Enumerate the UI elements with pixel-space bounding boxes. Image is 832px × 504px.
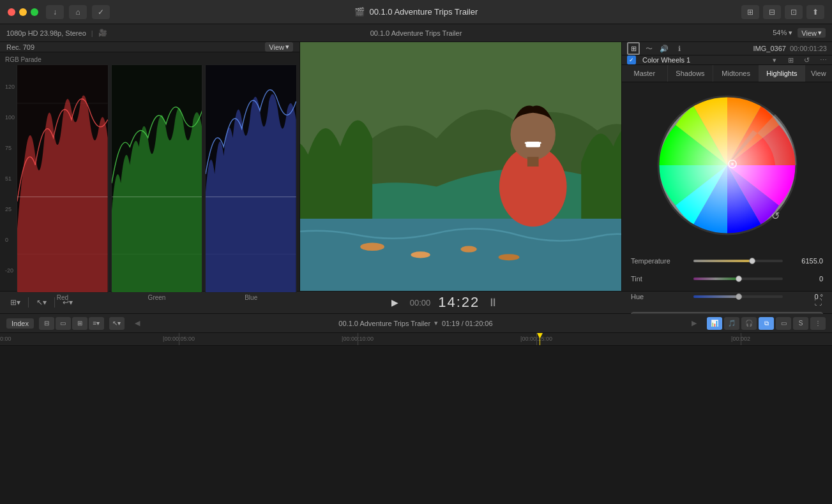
titlebar-right-icons: ⊞ ⊟ ⊡ ⬆ bbox=[741, 5, 824, 19]
scope-body: RGB Parade 120 100 75 51 25 0 -20 bbox=[0, 52, 299, 305]
audio-meters-icon[interactable]: 📊 bbox=[707, 317, 722, 330]
export-icon[interactable]: ⬆ bbox=[806, 5, 824, 19]
view-toggle-icon[interactable]: ⊡ bbox=[785, 5, 803, 19]
scope-channel-red bbox=[17, 64, 109, 293]
more-icon[interactable]: ⋯ bbox=[820, 56, 827, 64]
clips-icon[interactable]: ≡▾ bbox=[89, 317, 104, 330]
key-icon[interactable]: ⌂ bbox=[69, 5, 87, 19]
play-button[interactable]: ▶ bbox=[388, 295, 402, 309]
titlebar-icons: ↓ ⌂ ✓ bbox=[46, 5, 110, 19]
scope-subtitle: RGB Parade bbox=[3, 55, 297, 64]
tint-row: Tint 0 bbox=[631, 272, 823, 285]
headphone-icon[interactable]: 🎧 bbox=[741, 317, 757, 330]
reset-wheel-icon: ↺ bbox=[771, 211, 779, 221]
zoom-label: 54% ▾ bbox=[773, 29, 792, 37]
temperature-label: Temperature bbox=[631, 257, 688, 265]
color-panel-icons: ⊞ 〜 🔊 ℹ bbox=[627, 42, 686, 55]
scope-title: Rec. 709 bbox=[6, 43, 34, 51]
index-button[interactable]: Index bbox=[6, 318, 34, 329]
left-arrow[interactable]: ◀ bbox=[135, 319, 140, 327]
close-button[interactable] bbox=[8, 8, 15, 16]
color-wheel-svg[interactable]: ↺ bbox=[657, 95, 798, 235]
svg-point-15 bbox=[499, 254, 520, 260]
link-icon[interactable]: ⧉ bbox=[759, 317, 774, 330]
right-arrow[interactable]: ▶ bbox=[692, 319, 697, 327]
tint-slider[interactable] bbox=[693, 278, 783, 280]
fullscreen-btn[interactable]: ⛶ bbox=[812, 297, 824, 308]
infobar: 1080p HD 23.98p, Stereo | 🎥 00.1.0 Adven… bbox=[0, 24, 832, 42]
tab-view[interactable]: View bbox=[805, 65, 832, 82]
tint-label: Tint bbox=[631, 275, 688, 283]
download-icon[interactable]: ↓ bbox=[46, 5, 64, 19]
tool-icons: ↖▾ bbox=[109, 317, 125, 330]
maximize-button[interactable] bbox=[31, 8, 38, 16]
scope-channel-green bbox=[111, 64, 203, 293]
timeline-ruler: 00:00:00 |00:00:05:00 |00:00:10:00 |00:0… bbox=[0, 333, 832, 346]
tab-master[interactable]: Master bbox=[622, 65, 668, 82]
view-button[interactable]: View ▾ bbox=[798, 28, 826, 38]
infobar-left: 1080p HD 23.98p, Stereo | 🎥 bbox=[6, 29, 107, 37]
pause-icon[interactable]: ⏸ bbox=[487, 296, 499, 309]
effect-name: Color Wheels 1 bbox=[642, 56, 769, 64]
format-label: 1080p HD 23.98p, Stereo bbox=[6, 29, 86, 37]
tab-shadows[interactable]: Shadows bbox=[668, 65, 714, 82]
transport-right-tools: ⛶ bbox=[812, 297, 824, 308]
clip-icon[interactable]: ▭ bbox=[56, 317, 71, 330]
audio-icon2[interactable]: 🎵 bbox=[724, 317, 739, 330]
clip-info-right: IMG_0367 00:00:01:23 bbox=[753, 45, 828, 52]
layout-icon[interactable]: ⊞ bbox=[741, 5, 759, 19]
grid-icon[interactable]: ⊟ bbox=[763, 5, 781, 19]
timeline-header: Index ⊟ ▭ ⊞ ≡▾ ↖▾ ◀ 00.1.0 Adventure Tri… bbox=[0, 314, 832, 333]
ruler-15s: |00:00:15:00 bbox=[520, 336, 552, 342]
solo-icon[interactable]: S bbox=[793, 317, 808, 330]
infobar-right: 54% ▾ View ▾ bbox=[773, 28, 826, 38]
copy-icon[interactable]: ⊞ bbox=[788, 56, 794, 64]
grid-view-icon[interactable]: ⊞ bbox=[627, 42, 640, 55]
check-icon[interactable]: ✓ bbox=[92, 5, 110, 19]
reset-icon[interactable]: ↺ bbox=[804, 56, 810, 64]
scope-y-labels: 120 100 75 51 25 0 -20 bbox=[5, 84, 15, 274]
traffic-lights bbox=[8, 8, 38, 16]
filmstrip-icon[interactable]: ⊟ bbox=[39, 317, 54, 330]
clip-timecode: 00:00:01:23 bbox=[790, 45, 827, 52]
zoom-chevron-icon[interactable]: ▾ bbox=[789, 29, 792, 36]
select-tool-icon[interactable]: ↖▾ bbox=[109, 317, 125, 330]
scope-channel-blue bbox=[205, 64, 297, 293]
scope-view-btn[interactable]: View ▾ bbox=[265, 42, 293, 52]
preview-panel bbox=[300, 42, 621, 291]
scope-channel-labels: Red Green Blue bbox=[3, 293, 297, 302]
color-wheel-container: ↺ bbox=[657, 95, 798, 237]
color-tabs: Master Shadows Midtones Highlights View bbox=[622, 65, 832, 82]
clip2-icon[interactable]: ⊞ bbox=[72, 317, 87, 330]
blue-label: Blue bbox=[205, 293, 297, 302]
title-icon: 🎬 bbox=[354, 7, 365, 17]
timeline-project-info: 00.1.0 Adventure Trips Trailer ▾ 01:19 /… bbox=[145, 319, 686, 327]
timeline-project-name: 00.1.0 Adventure Trips Trailer bbox=[338, 320, 430, 327]
clip-name: IMG_0367 bbox=[753, 45, 786, 52]
preview-image bbox=[300, 42, 621, 291]
tab-highlights[interactable]: Highlights bbox=[759, 65, 805, 82]
svg-point-14 bbox=[461, 246, 477, 253]
svg-point-24 bbox=[731, 163, 734, 165]
view-chevron-icon: ▾ bbox=[818, 29, 822, 37]
tab-midtones[interactable]: Midtones bbox=[713, 65, 759, 82]
svg-point-12 bbox=[360, 243, 384, 251]
audio-icon[interactable]: 🔊 bbox=[658, 42, 670, 55]
effect-checkbox[interactable]: ✓ bbox=[627, 56, 636, 64]
red-label: Red bbox=[17, 293, 109, 302]
svg-rect-19 bbox=[527, 157, 539, 167]
timeline-position: 01:19 / 01:20:06 bbox=[442, 320, 493, 327]
temperature-slider[interactable] bbox=[693, 260, 783, 262]
wave-icon[interactable]: 〜 bbox=[642, 42, 655, 55]
timeline-area: Index ⊟ ▭ ⊞ ≡▾ ↖▾ ◀ 00.1.0 Adventure Tri… bbox=[0, 314, 832, 346]
more-tools-icon[interactable]: ⋮ bbox=[810, 317, 826, 330]
info-icon[interactable]: ℹ bbox=[673, 42, 686, 55]
hue-slider[interactable] bbox=[693, 295, 783, 298]
chevron-down-icon: ▾ bbox=[773, 56, 776, 64]
clip-view-icon[interactable]: ▭ bbox=[776, 317, 791, 330]
project-title: 🎬 00.1.0 Adventure Trips Trailer bbox=[354, 7, 478, 17]
minimize-button[interactable] bbox=[19, 8, 27, 16]
titlebar: ↓ ⌂ ✓ 🎬 00.1.0 Adventure Trips Trailer ⊞… bbox=[0, 0, 832, 24]
tint-value: 0 bbox=[788, 275, 823, 283]
chevron-down-icon2[interactable]: ▾ bbox=[434, 319, 438, 327]
